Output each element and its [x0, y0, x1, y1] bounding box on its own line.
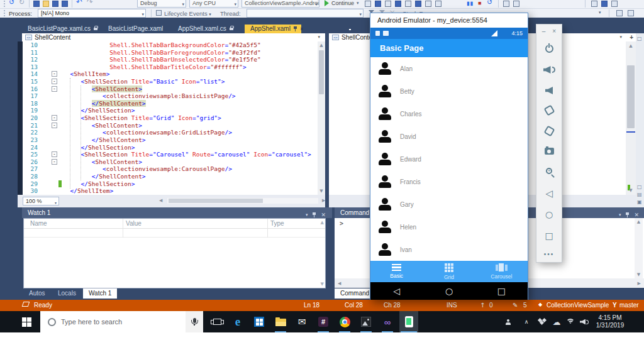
scroll-down-icon[interactable]: ▼	[318, 189, 325, 194]
panel-icon[interactable]: □	[637, 184, 642, 190]
solution-configurations-dropdown[interactable]: Debug▾	[137, 0, 186, 8]
store-button[interactable]	[250, 311, 269, 332]
toolbar-grip[interactable]	[4, 1, 6, 7]
code-line-11[interactable]: 11 Shell.ShellTabBarForegroundColor="#e3…	[23, 49, 318, 57]
toolbar-button[interactable]	[616, 10, 623, 16]
code-line-20[interactable]: 20- <ShellSection Title="Grid" Icon="gri…	[23, 114, 318, 122]
tab-locals[interactable]: Locals	[52, 288, 82, 299]
new-file-button[interactable]	[33, 1, 40, 7]
navigate-back-icon[interactable]: ↺	[9, 0, 14, 6]
fold-toggle-icon[interactable]: -	[52, 71, 57, 77]
zoom-button[interactable]: +	[536, 168, 562, 174]
toolbar-button[interactable]	[395, 1, 401, 7]
code-editor[interactable]: 10 Shell.ShellTabBarBackgroundColor="#42…	[23, 41, 318, 195]
tab-autos[interactable]: Autos	[23, 288, 51, 299]
status-project[interactable]: CollectionViewSample	[547, 302, 609, 309]
panel-icon[interactable]: □	[637, 36, 642, 41]
scroll-down-icon[interactable]: ▼	[635, 272, 643, 277]
stop-button[interactable]: ■	[478, 0, 481, 6]
toolbar-button[interactable]	[591, 1, 597, 7]
task-view-button[interactable]	[208, 311, 226, 332]
overview-button[interactable]: □	[536, 231, 562, 241]
rotate-right-button[interactable]	[536, 127, 562, 135]
thread-dropdown[interactable]: ▾	[247, 9, 364, 18]
power-button[interactable]	[536, 45, 562, 53]
code-line-24[interactable]: 24 </ShellSection>	[23, 144, 318, 151]
toolbar-button[interactable]	[435, 1, 441, 7]
column-header-value[interactable]: Value	[126, 220, 142, 227]
watch-panel-titlebar[interactable]: Watch 1 ▾ ✕	[22, 207, 332, 218]
more-button[interactable]: •••	[536, 251, 562, 258]
save-all-button[interactable]	[62, 1, 68, 7]
list-item-edward[interactable]: Edward	[370, 148, 528, 170]
code-line-14[interactable]: 14- <ShellItem>	[23, 70, 318, 78]
screenshot-button[interactable]	[536, 148, 562, 155]
toolbar-grip[interactable]	[4, 10, 6, 16]
taskbar-search-input[interactable]: Type here to search	[40, 311, 186, 332]
code-line-18[interactable]: 18 </ShellContent>	[23, 100, 318, 107]
watch-grid[interactable]: Name Value Type ▲ ▼	[23, 218, 326, 288]
minimize-icon[interactable]: –	[542, 28, 546, 35]
chevron-down-icon[interactable]: ▾	[318, 33, 320, 41]
people-button[interactable]	[500, 311, 516, 332]
code-line-25[interactable]: 25- <ShellSection Title="Carousel" Route…	[23, 151, 318, 158]
code-line-17[interactable]: 17 <collectionviewsample:BasicListPage/>	[23, 92, 318, 100]
scroll-down-icon[interactable]: ▼	[321, 282, 324, 287]
navigate-forward-icon[interactable]: ↻	[19, 0, 25, 6]
scrollbar-thumb[interactable]	[627, 65, 635, 128]
toolbar-button[interactable]	[611, 1, 618, 7]
hscroll-right-icon[interactable]: ▶	[322, 198, 325, 203]
split-window-icon[interactable]: +	[630, 33, 633, 41]
fold-toggle-icon[interactable]: -	[52, 115, 57, 121]
code-line-27[interactable]: 27 <collectionviewsample:CarouselPage/>	[23, 165, 318, 173]
chevron-down-icon[interactable]: ▾	[619, 33, 622, 41]
list-item-gary[interactable]: Gary	[370, 193, 528, 216]
onedrive-tray-button[interactable]: ☁	[550, 311, 564, 332]
tab-basiclistpage-xaml-cs[interactable]: BasicListPage.xaml.cs	[22, 25, 101, 33]
fold-toggle-icon[interactable]: -	[52, 159, 57, 165]
code-line-10[interactable]: 10 Shell.ShellTabBarBackgroundColor="#42…	[23, 41, 318, 49]
command-scrollbar[interactable]: ▲ ▼	[635, 218, 643, 278]
list-item-ivan[interactable]: Ivan	[370, 238, 528, 261]
code-line-21[interactable]: 21- <ShellContent>	[23, 122, 318, 129]
panel-icon[interactable]: ▣	[637, 199, 642, 205]
zoom-level-dropdown[interactable]: 100 %▾	[23, 197, 59, 206]
pause-button[interactable]: ▮▮	[467, 1, 474, 6]
toolbar-button[interactable]	[405, 1, 411, 7]
scroll-up-icon[interactable]: ▲	[321, 220, 324, 225]
hscroll-left-icon[interactable]: ◀	[338, 281, 341, 286]
toolbar-button[interactable]	[601, 1, 608, 7]
screenshot-app-button[interactable]	[357, 311, 375, 332]
code-line-28[interactable]: 28 </ShellContent>	[23, 173, 318, 180]
save-button[interactable]	[52, 1, 58, 7]
scroll-up-icon[interactable]: ▲	[318, 43, 325, 48]
undo-icon[interactable]: ↶	[76, 0, 82, 6]
code-line-12[interactable]: 12 Shell.ShellTabBarUnselectedColor="#e1…	[23, 56, 318, 63]
fold-toggle-icon[interactable]: -	[52, 123, 57, 128]
pending-edits-icon[interactable]: ✎	[513, 302, 518, 309]
code-line-13[interactable]: 13 Shell.ShellTabBarTitleColor="#ffffff"…	[23, 63, 318, 71]
push-icon[interactable]: ↑	[480, 302, 485, 309]
toolbar-button[interactable]	[628, 10, 634, 16]
emulator-titlebar[interactable]: Android Emulator - my_device:5554	[370, 13, 528, 28]
back-button[interactable]: ◁	[536, 188, 562, 199]
code-line-30[interactable]: 30 </ShellItem>	[23, 187, 318, 195]
taskbar-clock[interactable]: 4:15 PM 1/31/2019	[590, 311, 630, 332]
solution-platforms-dropdown[interactable]: Any CPU▾	[189, 0, 238, 8]
hscroll-left-icon[interactable]: ◀	[159, 198, 162, 203]
tab-watch-1[interactable]: Watch 1	[83, 288, 117, 299]
startup-project-dropdown[interactable]: CollectionViewSample.Android▾	[242, 0, 319, 8]
lifecycle-events-dropdown[interactable]: Lifecycle Events ▾	[164, 10, 211, 17]
scrollbar-thumb[interactable]	[169, 199, 263, 203]
home-button[interactable]: ○	[536, 209, 562, 219]
column-header-type[interactable]: Type	[270, 220, 284, 227]
tab-appshell-xaml-cs[interactable]: AppShell.xaml.cs	[172, 25, 243, 33]
pin-icon[interactable]	[313, 212, 316, 218]
code-line-19[interactable]: 19 </ShellSection>	[23, 107, 318, 114]
tab-basiclistpage-xaml[interactable]: BasicListPage.xaml	[103, 25, 170, 33]
branch-icon[interactable]: Y	[613, 302, 617, 309]
code-line-15[interactable]: 15- <ShellSection Title="Basic" Icon="li…	[23, 78, 318, 85]
toolbar-button[interactable]	[375, 1, 381, 7]
chrome-button[interactable]	[335, 311, 354, 332]
panel-icon[interactable]: ▤	[637, 192, 642, 197]
